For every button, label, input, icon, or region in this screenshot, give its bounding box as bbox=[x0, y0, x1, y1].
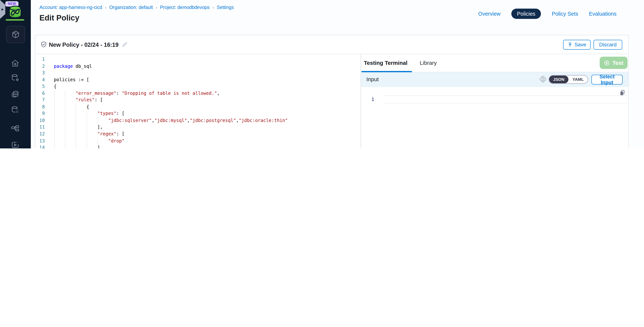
harness-db-devops-logo[interactable] bbox=[6, 5, 24, 20]
indent-guide bbox=[54, 131, 54, 138]
indent-guide bbox=[87, 111, 87, 117]
indent-guide bbox=[65, 138, 65, 144]
upload-icon bbox=[568, 42, 572, 47]
line-number: 1 bbox=[36, 56, 45, 63]
input-editor-field[interactable] bbox=[384, 95, 628, 103]
code-line-4[interactable]: 4policies := [ bbox=[36, 76, 361, 83]
indent-guide bbox=[65, 117, 65, 124]
line-number: 5 bbox=[36, 83, 45, 90]
sidebar-item-database-settings[interactable] bbox=[10, 73, 20, 83]
indent-guide bbox=[54, 90, 54, 97]
line-number: 8 bbox=[36, 104, 45, 110]
indent-guide bbox=[76, 131, 76, 138]
indent-guide bbox=[87, 144, 87, 148]
breadcrumb: Account: app-harness-ng-cicd›Organizatio… bbox=[40, 5, 234, 10]
indent-guide bbox=[76, 124, 76, 131]
indent-guide bbox=[54, 104, 54, 110]
tab-testing-terminal[interactable]: Testing Terminal bbox=[364, 60, 408, 66]
input-section-header: Input </> JSON YAML Select Input bbox=[361, 72, 628, 87]
module-switcher[interactable] bbox=[6, 26, 25, 43]
code-line-14[interactable]: 14 ] bbox=[36, 144, 361, 148]
toggle-yaml[interactable]: YAML bbox=[568, 76, 588, 83]
line-number: 2 bbox=[36, 63, 45, 70]
line-number: 6 bbox=[36, 90, 45, 97]
editor-content-row: 12package db_sql34policies := [5{6 "erro… bbox=[36, 54, 628, 148]
sidebar-item-pipelines[interactable] bbox=[10, 124, 20, 134]
testing-panel: Testing Terminal Library Test Input </> … bbox=[361, 54, 628, 148]
indent-guide bbox=[54, 144, 54, 148]
indent-guide bbox=[76, 104, 76, 110]
indent-guide bbox=[65, 124, 65, 131]
logo-underline bbox=[6, 19, 24, 21]
edit-pencil-icon[interactable] bbox=[122, 41, 128, 49]
sidebar-item-executions[interactable] bbox=[10, 140, 20, 148]
breadcrumb-link[interactable]: Account: app-harness-ng-cicd bbox=[40, 5, 102, 10]
indent-guide bbox=[87, 131, 87, 138]
sidebar-item-home[interactable] bbox=[10, 58, 20, 68]
indent-guide bbox=[87, 138, 87, 144]
policy-code-editor[interactable]: 12package db_sql34policies := [5{6 "erro… bbox=[36, 54, 361, 148]
app-window: NEW bbox=[0, 0, 644, 148]
line-number: 14 bbox=[36, 144, 45, 148]
code-line-6[interactable]: 6 "error_message": "Dropping of table is… bbox=[36, 90, 361, 97]
header-tabs: OverviewPoliciesPolicy SetsEvaluations bbox=[478, 8, 616, 19]
test-button[interactable]: Test bbox=[600, 57, 628, 69]
sidebar-item-database-stack[interactable] bbox=[10, 89, 20, 99]
header-tab-policies[interactable]: Policies bbox=[511, 8, 541, 19]
breadcrumb-separator: › bbox=[102, 5, 109, 10]
header-tab-overview[interactable]: Overview bbox=[478, 10, 500, 17]
breadcrumb-link[interactable]: Organization: default bbox=[110, 5, 153, 10]
line-number: 12 bbox=[36, 131, 45, 138]
indent-guide bbox=[54, 111, 54, 117]
policy-editor-card: New Policy - 02/24 - 16:19 Save Discard … bbox=[35, 35, 629, 148]
indent-guide bbox=[76, 117, 76, 124]
sidebar-nav: NEW bbox=[0, 0, 31, 148]
page-title: Edit Policy bbox=[40, 13, 80, 22]
panel-tabs: Testing Terminal Library Test bbox=[361, 54, 628, 72]
play-circle-icon bbox=[604, 60, 610, 66]
breadcrumb-link[interactable]: Settings bbox=[217, 5, 234, 10]
input-editor-line[interactable]: 1 bbox=[361, 95, 628, 104]
code-line-12[interactable]: 12 "regex": [ bbox=[36, 131, 361, 138]
indent-guide bbox=[54, 138, 54, 144]
indent-guide bbox=[65, 97, 65, 104]
header-tab-evaluations[interactable]: Evaluations bbox=[589, 10, 616, 17]
code-line-5[interactable]: 5{ bbox=[36, 83, 361, 90]
code-diamond-icon[interactable]: </> bbox=[539, 75, 547, 83]
format-toggle[interactable]: JSON YAML bbox=[549, 75, 588, 84]
code-line-7[interactable]: 7 "rules": [ bbox=[36, 97, 361, 104]
code-line-3[interactable]: 3 bbox=[36, 70, 361, 76]
code-line-11[interactable]: 11 ], bbox=[36, 124, 361, 131]
indent-guide bbox=[87, 124, 87, 131]
discard-button[interactable]: Discard bbox=[594, 40, 622, 50]
indent-guide bbox=[54, 124, 54, 131]
indent-guide bbox=[76, 138, 76, 144]
line-number: 13 bbox=[36, 138, 45, 144]
tab-library[interactable]: Library bbox=[420, 60, 437, 66]
indent-guide bbox=[65, 144, 65, 148]
code-line-2[interactable]: 2package db_sql bbox=[36, 63, 361, 70]
toggle-json[interactable]: JSON bbox=[549, 76, 568, 83]
header-tab-policy-sets[interactable]: Policy Sets bbox=[552, 10, 578, 17]
database-gear-icon bbox=[10, 73, 20, 82]
code-line-10[interactable]: 10 "jdbc:sqlserver","jdbc:mysql","jdbc:p… bbox=[36, 117, 361, 124]
breadcrumb-link[interactable]: Project: demodbdevops bbox=[160, 5, 210, 10]
shield-check-icon bbox=[40, 41, 47, 49]
code-line-9[interactable]: 9 "types": [ bbox=[36, 111, 361, 117]
code-line-1[interactable]: 1 bbox=[36, 56, 361, 63]
database-nodes-icon bbox=[10, 105, 20, 114]
sidebar-item-database-instances[interactable] bbox=[10, 105, 20, 115]
policy-name: New Policy - 02/24 - 16:19 bbox=[49, 41, 118, 48]
indent-guide bbox=[65, 90, 65, 97]
input-label: Input bbox=[366, 76, 379, 82]
indent-guide bbox=[54, 97, 54, 104]
save-button[interactable]: Save bbox=[563, 40, 591, 50]
select-input-button[interactable]: Select Input bbox=[592, 75, 623, 84]
policy-toolbar: New Policy - 02/24 - 16:19 Save Discard bbox=[36, 35, 628, 54]
code-line-8[interactable]: 8 { bbox=[36, 104, 361, 110]
indent-guide bbox=[76, 111, 76, 117]
code-line-13[interactable]: 13 "drop" bbox=[36, 138, 361, 144]
line-number: 11 bbox=[36, 124, 45, 131]
indent-guide bbox=[65, 131, 65, 138]
indent-guide bbox=[87, 117, 87, 124]
